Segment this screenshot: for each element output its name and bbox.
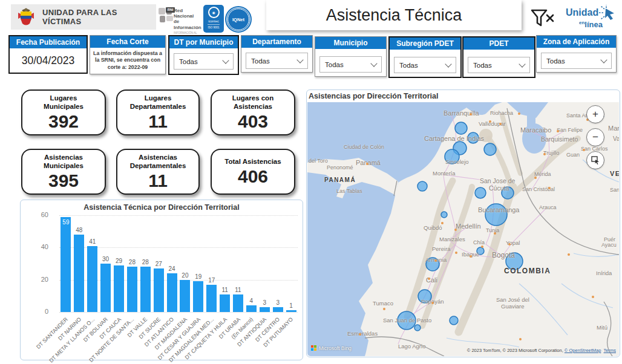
bar-value-label: 11 — [231, 287, 246, 293]
map-bubble[interactable] — [441, 212, 447, 218]
zoom-out-button[interactable]: − — [586, 128, 604, 146]
map-city-label: Tunja — [486, 227, 499, 233]
map-city-label: VE — [610, 170, 619, 177]
map-city-dot — [568, 253, 570, 256]
map-city-dot — [428, 278, 430, 280]
terms-link[interactable]: Terms — [604, 348, 616, 353]
bar-chart: Asistencia Técnica por Dirección Territo… — [20, 200, 303, 360]
bar-dt-centro[interactable] — [273, 307, 283, 312]
map-canvas[interactable]: BarranquillaRiohachaSanta Ana de CValled… — [307, 102, 619, 356]
bar-dt-santander[interactable] — [61, 217, 71, 312]
dropdown-selected-value: Todas — [473, 62, 492, 69]
filter-dropdown[interactable]: Todas — [174, 53, 234, 70]
colombia-coat-of-arms-icon — [16, 7, 36, 27]
chevron-down-icon — [600, 56, 607, 63]
filter-dropdown[interactable]: Todas — [319, 56, 382, 73]
filter-header: Departamento — [241, 36, 312, 48]
map-city-dot — [534, 177, 537, 179]
unidad-en-linea-logo: Unidad enlínea — [566, 5, 619, 31]
bar-dt-narino[interactable] — [74, 235, 84, 312]
filter-dropdown[interactable]: Todas — [468, 57, 530, 73]
bar-dt-cesar-y-guajira[interactable] — [193, 281, 203, 312]
y-axis-tick: 20 — [24, 276, 48, 283]
kpi-label: Lugares Municipales — [44, 94, 83, 111]
filter-fecha-corte: Fecha CorteLa información dispuesta a la… — [90, 35, 166, 74]
filter-dt-por-municipio: DT por MunicipioTodas — [168, 35, 239, 75]
bar-dt-magdalena[interactable] — [180, 280, 190, 312]
y-axis-tick: 40 — [24, 243, 48, 250]
bar-dt-cauca[interactable] — [114, 265, 124, 312]
map-city-dot — [508, 243, 511, 245]
map-city-label: San Fe — [610, 187, 619, 193]
rni-line1: Red Nacional — [174, 8, 203, 19]
map-bubble[interactable] — [455, 122, 467, 134]
map-city-dot — [470, 255, 472, 258]
dropdown-selected-value: Todas — [399, 62, 418, 69]
map-city-dot — [366, 163, 368, 165]
bar-dt-caqueta-y-huila[interactable] — [220, 294, 230, 312]
bar--en-blanco-[interactable] — [246, 305, 257, 312]
map-bubble[interactable] — [475, 187, 486, 198]
map-city-label: Las Tablas — [336, 188, 362, 194]
map-city-dot — [583, 149, 585, 151]
chart-plot-area: 604020059484130292828272420191711114331 — [59, 215, 298, 312]
kpi-card: Lugares con Asistencias403 — [211, 89, 295, 135]
y-axis-tick: 60 — [24, 211, 48, 218]
bar-dt-valle[interactable] — [140, 267, 151, 312]
filter-header: Fecha Publicación — [10, 36, 87, 48]
kpi-value: 11 — [148, 171, 168, 190]
zoom-in-button[interactable]: + — [586, 105, 604, 123]
bar-value-label: 41 — [85, 238, 100, 245]
map-city-dot — [494, 232, 496, 235]
map-city-label: Guaviare — [501, 303, 525, 310]
bar-dt-antioquia[interactable] — [260, 307, 270, 312]
filter-header: Municipio — [315, 37, 386, 49]
map-city-label: Ayacu — [601, 242, 617, 248]
map-city-label: Barranquilla — [444, 109, 479, 117]
chevron-down-icon — [445, 60, 451, 67]
kpi-value: 11 — [148, 112, 168, 131]
bar-dt-atlantico[interactable] — [167, 273, 177, 312]
clear-filters-icon[interactable] — [530, 8, 555, 28]
dropdown-selected-value: Todas — [251, 57, 270, 65]
bar-value-label: 3 — [270, 299, 285, 306]
kpi-label: Asistencias Departamentales — [130, 154, 186, 171]
map-city-label: Lago Agrio — [398, 343, 425, 349]
map-city-label: Cartagena de Indias — [424, 135, 484, 142]
map-city-dot — [431, 302, 434, 304]
map-city-dot — [383, 308, 385, 310]
brand-strip: UNIDAD PARA LAS VÍCTIMAS — [11, 4, 156, 30]
kpi-value: 395 — [48, 171, 79, 190]
kpi-value: 406 — [238, 167, 268, 186]
bar-dt-meta-y-llanos-o-[interactable] — [87, 246, 97, 312]
pan-select-button[interactable] — [586, 151, 604, 169]
icontec-emblem-icon: ◉ — [208, 7, 220, 18]
bar-value-label: 48 — [72, 227, 87, 233]
filter-dropdown[interactable]: Todas — [394, 57, 456, 73]
filter-dropdown[interactable]: Todas — [541, 53, 612, 69]
bar-dt-uraba[interactable] — [233, 294, 243, 312]
bar-dt-magdalena-med-[interactable] — [206, 285, 217, 312]
filter-dropdown[interactable]: Todas — [246, 53, 308, 69]
openstreetmap-link[interactable]: © OpenStreetMap — [565, 348, 601, 353]
iqnet-logo: IQNet — [226, 7, 250, 31]
map-bubble[interactable] — [414, 325, 421, 331]
filter-pdet: PDETTodas — [462, 36, 535, 78]
map-bubble[interactable] — [484, 143, 496, 155]
kpi-card: Lugares Departamentales11 — [116, 89, 200, 135]
map-bubble[interactable] — [450, 316, 458, 325]
chevron-down-icon — [519, 60, 525, 67]
map-visual: Asistencias por Dirección Territorial — [306, 89, 620, 357]
icontec-logo: ◉ icontec ISO 9001 — [203, 5, 224, 33]
map-city-label: Manizales — [439, 236, 465, 242]
filter-subregi-n-pdet: Subregión PDETTodas — [388, 36, 462, 78]
filter-header: PDET — [463, 37, 534, 50]
bar-dt-norte-de-santa-[interactable] — [127, 267, 137, 312]
map-city-label: Mara — [608, 125, 619, 132]
chart-x-axis-labels: DT SANTANDERDT NARINODT META Y LLANOS O.… — [59, 312, 298, 360]
map-city-label: Mitú — [597, 324, 607, 331]
bar-dt-bolivar[interactable] — [100, 264, 111, 312]
map-city-label: Quibdó — [424, 224, 442, 231]
bar-dt-sucre[interactable] — [154, 268, 164, 312]
map-bubble[interactable] — [417, 181, 427, 191]
